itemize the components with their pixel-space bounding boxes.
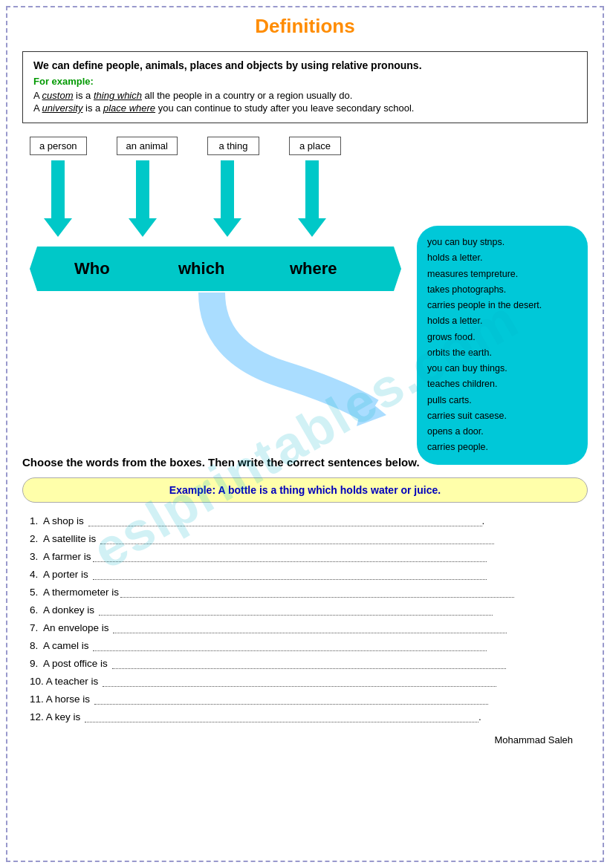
svg-marker-3 [298, 160, 326, 237]
svg-text:which: which [178, 259, 224, 278]
list-item: 12. A key is . [30, 711, 588, 722]
list-item: 2. A satellite is [30, 532, 588, 544]
svg-text:where: where [289, 259, 337, 278]
svg-text:Who: Who [74, 259, 110, 278]
list-item: 7. An envelope is [30, 621, 588, 633]
intro-box: We can define people, animals, places an… [22, 51, 588, 123]
bubble-item-4: takes photographs. [427, 282, 577, 298]
svg-marker-1 [129, 160, 157, 237]
attribution: Mohammad Saleh [22, 734, 588, 745]
bubble-item-13: opens a door. [427, 424, 577, 440]
example1-word2: thing which [94, 90, 142, 101]
bubble-item-2: holds a letter. [427, 250, 577, 266]
page-content: Definitions We can define people, animal… [0, 0, 610, 760]
for-example-label: For example: [33, 76, 577, 87]
bubble-item-14: carries people. [427, 440, 577, 455]
bubble-item-11: pulls carts. [427, 393, 577, 408]
svg-marker-0 [44, 160, 72, 237]
list-item: 3. A farmer is [30, 550, 588, 562]
intro-main-text: We can define people, animals, places an… [33, 59, 577, 71]
bubble-item-6: holds a letter. [427, 313, 577, 329]
bubble-item-5: carries people in the desert. [427, 298, 577, 313]
list-item: 6. A donkey is [30, 604, 588, 616]
list-item: 4. A porter is [30, 568, 588, 580]
bubble-item-12: carries suit casese. [427, 408, 577, 424]
example2-word2: place where [103, 102, 155, 114]
bubble-item-1: you can buy stnps. [427, 235, 577, 250]
exercise-list: 1. A shop is . 2. A satellite is 3. A fa… [22, 515, 588, 722]
page-title: Definitions [22, 15, 588, 38]
bubble-item-7: grows food. [427, 330, 577, 345]
bubble-item-3: measures tempreture. [427, 267, 577, 282]
list-item: 11. A horse is [30, 693, 588, 705]
svg-marker-2 [213, 160, 241, 237]
list-item: 8. A camel is [30, 639, 588, 651]
list-item: 1. A shop is . [30, 515, 588, 526]
cyan-bubble: you can buy stnps. holds a letter. measu… [417, 226, 588, 465]
diagram-svg: Who which where [22, 137, 453, 448]
bubble-item-9: you can buy things. [427, 361, 577, 376]
bubble-item-10: teaches children. [427, 376, 577, 392]
list-item: 5. A thermometer is [30, 586, 588, 598]
list-item: 9. A post office is [30, 657, 588, 669]
example-oval: Example: A bottle is a thing which holds… [22, 477, 588, 503]
example1: A custom is a thing which all the people… [33, 90, 577, 101]
list-item: 10. A teacher is [30, 675, 588, 687]
diagram-section: a person an animal a thing a place Who w… [22, 137, 588, 448]
example1-word1: custom [42, 90, 74, 101]
bubble-item-8: orbits the earth. [427, 345, 577, 361]
example2: A university is a place where you can co… [33, 102, 577, 114]
example2-word1: university [42, 102, 83, 114]
